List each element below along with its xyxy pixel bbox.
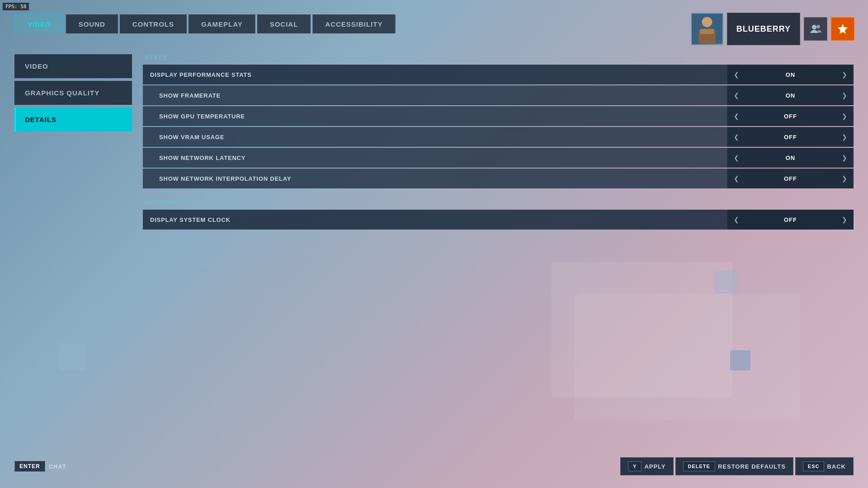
table-row: DISPLAY SYSTEM CLOCK ❮ OFF ❯	[143, 210, 854, 230]
sidebar-item-details[interactable]: DETAILS	[14, 108, 132, 131]
information-section-title: INFORMATION	[143, 199, 854, 206]
fps-counter: FPS: 58	[3, 3, 29, 10]
apply-button[interactable]: Y APPLY	[620, 457, 674, 475]
arrow-right-display-perf[interactable]: ❯	[835, 65, 854, 84]
delete-key: DELETE	[683, 461, 715, 471]
right-buttons: Y APPLY DELETE RESTORE DEFAULTS ESC BACK	[620, 457, 854, 475]
svg-point-4	[812, 25, 816, 29]
table-row: SHOW NETWORK INTERPOLATION DELAY ❮ OFF ❯	[143, 169, 854, 188]
setting-label-display-perf: DISPLAY PERFORMANCE STATS	[143, 71, 727, 78]
username-box: BLUEBERRY	[727, 13, 800, 45]
arrow-left-net-latency[interactable]: ❮	[727, 148, 745, 168]
back-button[interactable]: ESC BACK	[795, 457, 854, 475]
sidebar: VIDEO GRAPHICS QUALITY DETAILS	[14, 54, 132, 240]
stats-section-title: STATS	[143, 54, 854, 61]
tab-gameplay[interactable]: GAMEPLAY	[189, 14, 255, 33]
tab-social[interactable]: SOCIAL	[257, 14, 311, 33]
friends-icon	[810, 24, 821, 34]
setting-control-gpu-temp: ❮ OFF ❯	[727, 106, 854, 126]
apply-label: APPLY	[644, 463, 665, 470]
avatar	[691, 13, 723, 45]
restore-label: RESTORE DEFAULTS	[718, 463, 786, 470]
arrow-left-framerate[interactable]: ❮	[727, 85, 745, 105]
arrow-right-clock[interactable]: ❯	[835, 210, 854, 230]
table-row: SHOW FRAMERATE ❮ ON ❯	[143, 85, 854, 105]
value-net-latency: ON	[745, 155, 835, 161]
bg-decoration-5	[730, 350, 750, 371]
ranked-button[interactable]	[831, 17, 854, 41]
setting-control-display-perf: ❮ ON ❯	[727, 65, 854, 84]
svg-point-1	[702, 17, 712, 27]
tab-sound[interactable]: SOUND	[66, 14, 118, 33]
setting-label-clock: DISPLAY SYSTEM CLOCK	[143, 216, 727, 223]
bg-decoration-2	[574, 294, 800, 420]
user-area: BLUEBERRY	[691, 13, 854, 45]
friends-button[interactable]	[804, 17, 827, 41]
table-row: DISPLAY PERFORMANCE STATS ❮ ON ❯	[143, 65, 854, 84]
arrow-left-clock[interactable]: ❮	[727, 210, 745, 230]
value-vram: OFF	[745, 134, 835, 141]
arrow-right-framerate[interactable]: ❯	[835, 85, 854, 105]
sidebar-item-video[interactable]: VIDEO	[14, 54, 132, 78]
esc-key: ESC	[803, 461, 825, 471]
apply-key: Y	[628, 461, 642, 471]
stats-section: STATS DISPLAY PERFORMANCE STATS ❮ ON ❯ S…	[143, 54, 854, 188]
tab-video[interactable]: VIDEO	[14, 14, 64, 33]
setting-label-framerate: SHOW FRAMERATE	[152, 92, 727, 99]
setting-control-vram: ❮ OFF ❯	[727, 127, 854, 147]
value-display-perf: ON	[745, 71, 835, 78]
setting-label-net-latency: SHOW NETWORK LATENCY	[152, 155, 727, 161]
username: BLUEBERRY	[736, 24, 791, 34]
setting-control-framerate: ❮ ON ❯	[727, 85, 854, 105]
ranked-icon	[837, 23, 849, 35]
table-row: SHOW GPU TEMPERATURE ❮ OFF ❯	[143, 106, 854, 126]
avatar-svg	[692, 13, 722, 44]
tab-controls[interactable]: CONTROLS	[120, 14, 187, 33]
back-label: BACK	[827, 463, 846, 470]
svg-point-5	[816, 25, 820, 28]
chat-hint: ENTER CHAT	[14, 461, 66, 472]
restore-defaults-button[interactable]: DELETE RESTORE DEFAULTS	[675, 457, 793, 475]
setting-label-vram: SHOW VRAM USAGE	[152, 134, 727, 141]
table-row: SHOW VRAM USAGE ❮ OFF ❯	[143, 127, 854, 147]
tab-accessibility[interactable]: ACCESSIBILITY	[312, 14, 395, 33]
arrow-right-net-latency[interactable]: ❯	[835, 148, 854, 168]
setting-label-net-interp: SHOW NETWORK INTERPOLATION DELAY	[152, 175, 727, 182]
sidebar-item-graphics[interactable]: GRAPHICS QUALITY	[14, 81, 132, 105]
value-gpu-temp: OFF	[745, 113, 835, 120]
arrow-right-net-interp[interactable]: ❯	[835, 169, 854, 188]
value-framerate: ON	[745, 92, 835, 99]
value-clock: OFF	[745, 216, 835, 223]
bg-decoration-4	[59, 343, 86, 371]
setting-control-net-latency: ❮ ON ❯	[727, 148, 854, 168]
setting-control-clock: ❮ OFF ❯	[727, 210, 854, 230]
bottom-bar: ENTER CHAT Y APPLY DELETE RESTORE DEFAUL…	[14, 457, 854, 475]
arrow-left-gpu-temp[interactable]: ❮	[727, 106, 745, 126]
arrow-left-net-interp[interactable]: ❮	[727, 169, 745, 188]
arrow-right-gpu-temp[interactable]: ❯	[835, 106, 854, 126]
setting-label-gpu-temp: SHOW GPU TEMPERATURE	[152, 113, 727, 120]
chat-label: CHAT	[49, 463, 66, 470]
information-section: INFORMATION DISPLAY SYSTEM CLOCK ❮ OFF ❯	[143, 199, 854, 230]
top-navigation: VIDEO SOUND CONTROLS GAMEPLAY SOCIAL ACC…	[14, 14, 396, 33]
settings-panel: STATS DISPLAY PERFORMANCE STATS ❮ ON ❯ S…	[143, 54, 854, 240]
bg-decoration-3	[714, 271, 737, 294]
main-content: VIDEO GRAPHICS QUALITY DETAILS STATS DIS…	[14, 54, 854, 240]
svg-rect-3	[700, 29, 714, 34]
avatar-image	[692, 14, 722, 44]
enter-key: ENTER	[14, 461, 45, 472]
setting-control-net-interp: ❮ OFF ❯	[727, 169, 854, 188]
table-row: SHOW NETWORK LATENCY ❮ ON ❯	[143, 148, 854, 168]
arrow-right-vram[interactable]: ❯	[835, 127, 854, 147]
value-net-interp: OFF	[745, 175, 835, 182]
arrow-left-display-perf[interactable]: ❮	[727, 65, 745, 84]
arrow-left-vram[interactable]: ❮	[727, 127, 745, 147]
